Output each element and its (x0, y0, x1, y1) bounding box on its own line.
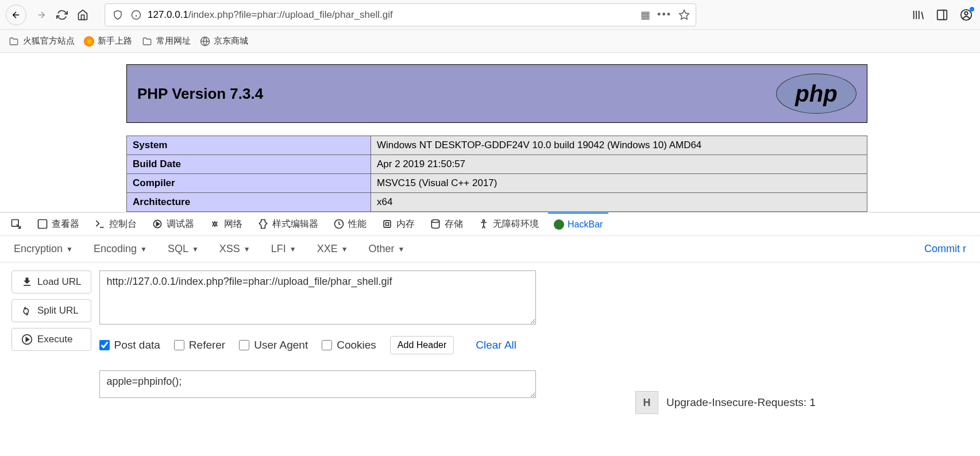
reload-button[interactable] (52, 5, 72, 25)
menu-encoding[interactable]: Encoding▼ (94, 243, 147, 255)
devtools-tabbar: 查看器 控制台 调试器 网络 样式编辑器 性能 内存 存储 无障碍环境 Hack… (0, 212, 980, 236)
tab-inspector[interactable]: 查看器 (31, 212, 85, 235)
info-label: Compiler (127, 174, 371, 193)
url-bar[interactable]: 127.0.0.1/index.php?file=phar://upload_f… (105, 3, 696, 26)
bookmark-item[interactable]: 常用网址 (141, 36, 191, 47)
table-row: System Windows NT DESKTOP-GDDF24V 10.0 b… (127, 136, 867, 155)
svg-point-18 (483, 220, 484, 222)
svg-rect-11 (38, 220, 47, 229)
bookmarks-bar: 火狐官方站点 新手上路 常用网址 京东商城 (0, 30, 980, 53)
firefox-icon (84, 36, 94, 47)
tab-debugger[interactable]: 调试器 (146, 212, 200, 235)
hackbar-main: Post data Referer User Agent Cookies Add… (99, 270, 536, 398)
bookmark-label: 新手上路 (98, 36, 132, 47)
load-url-button[interactable]: Load URL (11, 270, 91, 293)
hackbar-checkboxes: Post data Referer User Agent Cookies Add… (99, 336, 536, 354)
tab-storage[interactable]: 存储 (424, 212, 469, 235)
menu-sql[interactable]: SQL▼ (168, 243, 199, 255)
menu-lfi[interactable]: LFI▼ (271, 243, 296, 255)
bookmark-item[interactable]: 京东商城 (200, 36, 248, 47)
post-data-textarea[interactable] (99, 370, 536, 398)
hackbar-body: Load URL Split URL Execute Post data Ref… (0, 262, 980, 406)
info-label: System (127, 136, 371, 155)
header-row[interactable]: H Upgrade-Insecure-Requests: 1 (635, 389, 923, 406)
hackbar-menu: Encryption▼ Encoding▼ SQL▼ XSS▼ LFI▼ XXE… (0, 236, 980, 262)
svg-rect-16 (384, 221, 391, 227)
clear-all-link[interactable]: Clear All (476, 339, 516, 351)
check-post-data[interactable]: Post data (99, 339, 160, 351)
svg-point-17 (431, 220, 439, 223)
svg-marker-3 (680, 10, 689, 19)
url-textarea[interactable] (99, 270, 536, 324)
back-button[interactable] (6, 5, 26, 25)
menu-xxe[interactable]: XXE▼ (317, 243, 348, 255)
hackbar-sidebar: Load URL Split URL Execute (11, 270, 91, 398)
split-url-button[interactable]: Split URL (11, 299, 91, 322)
more-icon[interactable]: ••• (657, 9, 672, 21)
commit-link[interactable]: Commit r (924, 243, 966, 255)
bookmark-label: 京东商城 (214, 36, 248, 47)
tab-memory[interactable]: 内存 (376, 212, 420, 235)
header-panel: H Upgrade-Insecure-Requests: 1 (635, 389, 923, 406)
tab-console[interactable]: 控制台 (88, 212, 142, 235)
forward-button[interactable] (31, 5, 52, 25)
info-label: Architecture (127, 193, 371, 212)
bookmark-label: 火狐官方站点 (23, 36, 75, 47)
add-header-button[interactable]: Add Header (390, 336, 454, 354)
info-value: Apr 2 2019 21:50:57 (371, 155, 867, 174)
menu-encryption[interactable]: Encryption▼ (14, 243, 73, 255)
svg-point-7 (964, 11, 968, 15)
account-icon[interactable] (958, 7, 974, 23)
bookmark-star-icon[interactable] (678, 9, 690, 21)
library-icon[interactable] (910, 7, 926, 23)
svg-rect-4 (937, 10, 947, 20)
tab-network[interactable]: 网络 (203, 212, 248, 235)
bookmark-item[interactable]: 新手上路 (84, 36, 132, 47)
check-cookies[interactable]: Cookies (322, 339, 376, 351)
tab-hackbar[interactable]: HackBar (548, 212, 608, 235)
info-value: Windows NT DESKTOP-GDDF24V 10.0 build 19… (371, 136, 867, 155)
menu-other[interactable]: Other▼ (369, 243, 405, 255)
info-icon[interactable] (129, 8, 143, 22)
check-user-agent[interactable]: User Agent (239, 339, 308, 351)
header-badge: H (635, 391, 658, 406)
menu-xss[interactable]: XSS▼ (219, 243, 250, 255)
phpinfo-header: PHP Version 7.3.4 php (126, 64, 867, 123)
sidebar-icon[interactable] (934, 7, 950, 23)
tab-accessibility[interactable]: 无障碍环境 (472, 212, 545, 235)
info-value: x64 (371, 193, 867, 212)
php-version-title: PHP Version 7.3.4 (137, 85, 263, 103)
home-button[interactable] (72, 5, 93, 25)
shield-icon (111, 8, 125, 22)
page-content: PHP Version 7.3.4 php System Windows NT … (0, 53, 980, 212)
browser-toolbar: 127.0.0.1/index.php?file=phar://upload_f… (0, 0, 980, 30)
php-logo: php (776, 74, 856, 114)
phpinfo-table: System Windows NT DESKTOP-GDDF24V 10.0 b… (126, 136, 867, 212)
table-row: Build Date Apr 2 2019 21:50:57 (127, 155, 867, 174)
svg-marker-14 (156, 222, 159, 226)
bookmark-label: 常用网址 (156, 36, 191, 47)
url-text: 127.0.0.1/index.php?file=phar://upload_f… (148, 9, 641, 21)
table-row: Architecture x64 (127, 193, 867, 212)
hackbar-icon (554, 219, 564, 230)
devtools-picker-icon[interactable] (5, 212, 28, 235)
check-referer[interactable]: Referer (174, 339, 225, 351)
svg-marker-20 (26, 338, 29, 342)
bookmark-item[interactable]: 火狐官方站点 (8, 36, 75, 47)
header-text: Upgrade-Insecure-Requests: 1 (658, 396, 824, 406)
tab-performance[interactable]: 性能 (327, 212, 372, 235)
globe-icon (200, 36, 210, 47)
execute-button[interactable]: Execute (11, 328, 91, 351)
tab-style-editor[interactable]: 样式编辑器 (252, 212, 324, 235)
qr-icon[interactable]: ▦ (641, 9, 650, 21)
info-label: Build Date (127, 155, 371, 174)
info-value: MSVC15 (Visual C++ 2017) (371, 174, 867, 193)
table-row: Compiler MSVC15 (Visual C++ 2017) (127, 174, 867, 193)
